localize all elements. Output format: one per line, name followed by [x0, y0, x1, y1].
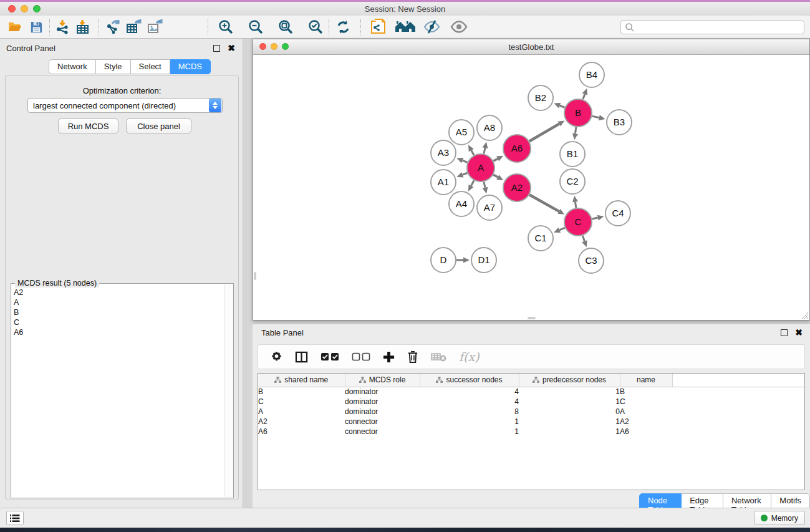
graph-edge-B-B1[interactable] [572, 127, 578, 140]
close-panel-button[interactable]: Close panel [126, 118, 191, 133]
table-row[interactable]: Bdominator41B [258, 387, 804, 397]
graph-edge-A-A4[interactable] [468, 180, 474, 191]
column-header-name[interactable]: name [620, 374, 672, 387]
graph-node-B2[interactable]: B2 [528, 85, 553, 110]
canvas-vscroll-thumb[interactable] [254, 272, 256, 280]
refresh-icon[interactable] [334, 18, 352, 36]
mcds-result-item[interactable]: A2 [14, 288, 233, 297]
graph-edge-A2-C[interactable] [529, 195, 564, 215]
resize-grip-icon[interactable] [801, 311, 809, 319]
graph-node-B[interactable]: B [564, 99, 592, 127]
search-input[interactable] [635, 23, 804, 32]
cell-successor_nodes[interactable]: 8 [420, 407, 519, 417]
cell-predecessor_nodes[interactable]: 0 [519, 407, 620, 417]
cell-successor_nodes[interactable]: 1 [420, 417, 519, 427]
graph-edge-A-A3[interactable] [456, 158, 467, 163]
open-folder-icon[interactable] [6, 18, 24, 36]
cell-successor_nodes[interactable]: 4 [420, 387, 519, 397]
cell-mcds_role[interactable]: dominator [345, 387, 420, 397]
minimize-network-window-button[interactable] [271, 43, 277, 50]
cell-name[interactable]: C [620, 397, 672, 407]
network-canvas[interactable]: B4B2BB3A8A5A6A3B1AA1C2A2A4A7C4CC1C3DD1 [253, 55, 809, 320]
graph-node-C1[interactable]: C1 [528, 226, 553, 251]
graph-node-A1[interactable]: A1 [431, 170, 456, 195]
cell-predecessor_nodes[interactable]: 1 [519, 397, 620, 407]
tab-network[interactable]: Network [49, 59, 96, 74]
zoom-window-button[interactable] [33, 5, 41, 12]
graph-edge-A-A8[interactable] [483, 142, 488, 153]
graph-node-B1[interactable]: B1 [560, 142, 585, 167]
cell-shared_name[interactable]: A2 [258, 417, 345, 427]
graph-node-C2[interactable]: C2 [560, 169, 585, 194]
home-icon[interactable] [394, 18, 417, 36]
graph-node-C4[interactable]: C4 [605, 201, 630, 226]
close-panel-icon[interactable]: ✖ [228, 45, 235, 52]
new-network-from-file-icon[interactable] [369, 18, 387, 36]
cell-mcds_role[interactable]: connector [345, 427, 420, 437]
graph-node-A5[interactable]: A5 [449, 120, 474, 145]
cell-predecessor_nodes[interactable]: 1 [519, 417, 620, 427]
column-header-successor-nodes[interactable]: successor nodes [420, 374, 519, 387]
canvas-hscroll-thumb[interactable] [528, 317, 536, 319]
column-header-shared-name[interactable]: shared name [258, 374, 345, 387]
graph-edge-B-B3[interactable] [592, 115, 605, 120]
tab-select[interactable]: Select [131, 59, 170, 74]
zoom-network-window-button[interactable] [282, 43, 289, 50]
search-field[interactable] [620, 20, 804, 34]
columns-icon[interactable] [295, 351, 308, 363]
cell-shared_name[interactable]: A [258, 407, 345, 417]
minimize-window-button[interactable] [21, 5, 28, 12]
graph-edge-A-A1[interactable] [456, 172, 467, 177]
float-table-panel-icon[interactable] [781, 329, 788, 336]
graph-node-A8[interactable]: A8 [477, 115, 502, 140]
mcds-result-item[interactable]: A [14, 297, 233, 307]
graph-node-D[interactable]: D [431, 248, 456, 273]
graph-node-A7[interactable]: A7 [477, 195, 502, 220]
cell-name[interactable]: A [620, 407, 672, 417]
memory-button[interactable]: Memory [754, 511, 805, 525]
show-panels-list-button[interactable] [6, 511, 24, 525]
cell-shared_name[interactable]: B [258, 387, 345, 397]
cell-name[interactable]: A6 [620, 427, 672, 437]
export-network-icon[interactable] [104, 18, 122, 36]
tab-style[interactable]: Style [96, 59, 131, 74]
export-table-icon[interactable] [125, 18, 143, 36]
close-table-panel-icon[interactable]: ✖ [795, 329, 803, 336]
graph-edge-D-D1[interactable] [456, 258, 470, 263]
column-header-predecessor-nodes[interactable]: predecessor nodes [519, 374, 620, 387]
graph-node-A2[interactable]: A2 [503, 174, 531, 201]
graph-edge-B-B4[interactable] [582, 89, 587, 100]
graph-node-A3[interactable]: A3 [431, 140, 456, 165]
mcds-result-item[interactable]: B [14, 307, 233, 317]
graph-edge-C-C2[interactable] [572, 196, 578, 208]
table-row[interactable]: A2connector11A2 [258, 417, 804, 427]
delete-table-icon[interactable] [431, 352, 446, 362]
table-row[interactable]: A6connector11A6 [258, 427, 804, 437]
table-row[interactable]: Adominator80A [258, 407, 804, 417]
graph-edge-C-C3[interactable] [582, 236, 587, 247]
function-builder-icon[interactable]: f(x) [459, 350, 480, 364]
cell-successor_nodes[interactable]: 1 [420, 427, 519, 437]
graph-edge-B-B2[interactable] [554, 103, 564, 108]
tab-mcds[interactable]: MCDS [170, 59, 211, 74]
zoom-fit-icon[interactable] [277, 18, 294, 36]
cell-shared_name[interactable]: A6 [258, 427, 345, 437]
import-network-icon[interactable] [54, 18, 71, 36]
mcds-result-item[interactable]: A6 [14, 327, 233, 337]
graph-edge-A-A5[interactable] [468, 145, 474, 155]
cell-mcds_role[interactable]: dominator [345, 407, 420, 417]
save-icon[interactable] [27, 18, 45, 36]
close-network-window-button[interactable] [259, 43, 266, 50]
graph-edge-C-C1[interactable] [554, 228, 565, 233]
cell-name[interactable]: A2 [620, 417, 672, 427]
graph-node-B4[interactable]: B4 [579, 62, 604, 87]
zoom-selected-icon[interactable] [307, 18, 324, 36]
float-panel-icon[interactable] [213, 45, 220, 52]
zoom-in-icon[interactable] [217, 18, 234, 36]
graph-node-B3[interactable]: B3 [607, 110, 632, 135]
run-mcds-button[interactable]: Run MCDS [58, 118, 118, 133]
table-row[interactable]: Cdominator41C [258, 397, 804, 407]
show-eye-icon[interactable] [450, 18, 468, 36]
add-column-icon[interactable] [383, 351, 395, 363]
mcds-result-item[interactable]: C [14, 317, 233, 327]
